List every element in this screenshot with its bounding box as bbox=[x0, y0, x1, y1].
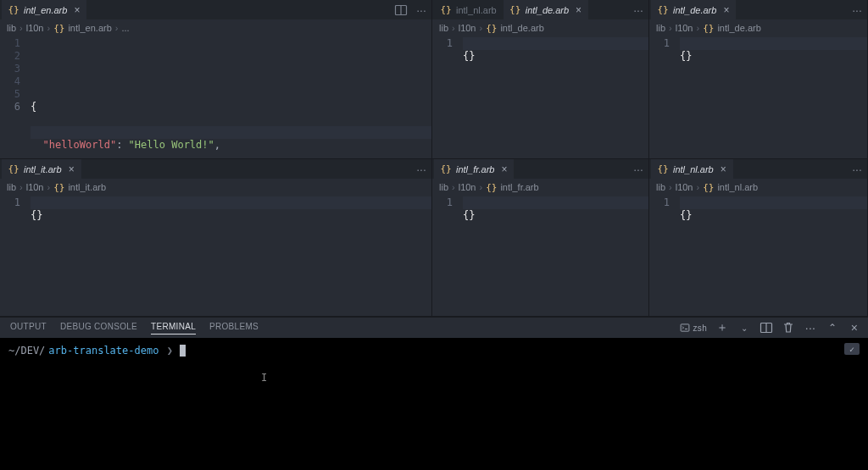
tab-label: intl_it.arb bbox=[24, 164, 62, 174]
breadcrumb[interactable]: lib › l10n › {} intl_fr.arb bbox=[432, 179, 648, 196]
terminal-prompt: ~/DEV/arb-translate-demo ❯ bbox=[8, 345, 860, 357]
close-icon[interactable]: × bbox=[723, 4, 729, 16]
json-icon: {} bbox=[8, 5, 19, 15]
code-editor[interactable]: 1 {} bbox=[649, 196, 867, 316]
breadcrumb[interactable]: lib › l10n › {} intl_it.arb bbox=[0, 179, 431, 196]
panel-tabbar: OUTPUT DEBUG CONSOLE TERMINAL PROBLEMS z… bbox=[0, 318, 868, 338]
tabbar: {} intl_it.arb × ··· bbox=[0, 159, 431, 179]
tab-intl-en[interactable]: {} intl_en.arb × bbox=[2, 0, 86, 19]
json-icon: {} bbox=[703, 23, 714, 34]
more-actions-icon[interactable]: ··· bbox=[632, 3, 645, 17]
panel-tab-output[interactable]: OUTPUT bbox=[10, 322, 47, 334]
panel-tab-terminal[interactable]: TERMINAL bbox=[151, 322, 196, 335]
breadcrumb-seg: lib bbox=[7, 23, 16, 33]
json-icon: {} bbox=[441, 164, 451, 174]
tab-intl-de[interactable]: {} intl_de.arb × bbox=[504, 0, 588, 19]
code-editor[interactable]: 1 {} bbox=[432, 36, 648, 158]
json-icon: {} bbox=[8, 164, 19, 174]
json-icon: {} bbox=[703, 182, 714, 193]
bottom-panel: OUTPUT DEBUG CONSOLE TERMINAL PROBLEMS z… bbox=[0, 317, 868, 470]
close-icon[interactable]: × bbox=[69, 163, 75, 175]
more-actions-icon[interactable]: ··· bbox=[632, 163, 645, 176]
panel-tab-problems[interactable]: PROBLEMS bbox=[209, 322, 259, 334]
chevron-right-icon: › bbox=[115, 23, 119, 33]
tabbar: {} intl_nl.arb {} intl_de.arb × ··· bbox=[432, 0, 648, 19]
chevron-right-icon: › bbox=[47, 23, 50, 33]
text-cursor-icon: I bbox=[261, 372, 267, 384]
close-icon[interactable]: × bbox=[576, 4, 581, 16]
tabbar: {} intl_de.arb × ··· bbox=[649, 0, 867, 19]
code-editor[interactable]: 1 {} bbox=[432, 196, 648, 316]
line-gutter: 1 2 3 4 5 6 bbox=[0, 36, 31, 158]
close-panel-icon[interactable]: × bbox=[848, 321, 861, 335]
status-ok-badge: ✓ bbox=[844, 343, 860, 355]
breadcrumb[interactable]: lib › l10n › {} intl_nl.arb bbox=[649, 179, 867, 196]
more-actions-icon[interactable]: ··· bbox=[415, 163, 428, 176]
json-icon: {} bbox=[658, 5, 668, 15]
close-icon[interactable]: × bbox=[501, 163, 507, 175]
terminal[interactable]: ~/DEV/arb-translate-demo ❯ ✓ I bbox=[0, 338, 868, 470]
json-icon: {} bbox=[486, 182, 497, 193]
new-terminal-icon[interactable]: ＋ bbox=[715, 321, 729, 335]
json-icon: {} bbox=[53, 182, 64, 193]
more-actions-icon[interactable]: ··· bbox=[850, 3, 864, 17]
tab-label: intl_de.arb bbox=[673, 5, 716, 15]
editor-pane-de: {} intl_nl.arb {} intl_de.arb × ··· lib … bbox=[432, 0, 649, 159]
breadcrumb[interactable]: lib › l10n › {} intl_de.arb bbox=[432, 19, 648, 36]
split-terminal-icon[interactable] bbox=[760, 321, 773, 335]
breadcrumb-seg: l10n bbox=[26, 23, 44, 33]
cwd-repo: arb-translate-demo bbox=[48, 345, 159, 357]
chevron-up-icon[interactable]: ⌃ bbox=[826, 321, 839, 335]
chevron-right-icon: › bbox=[19, 23, 23, 33]
terminal-cursor bbox=[180, 345, 186, 357]
json-icon: {} bbox=[658, 164, 668, 174]
json-icon: {} bbox=[486, 23, 497, 34]
tab-label: intl_de.arb bbox=[526, 5, 569, 15]
chevron-down-icon[interactable]: ⌄ bbox=[737, 321, 751, 335]
tab-label: intl_fr.arb bbox=[456, 164, 494, 174]
close-icon[interactable]: × bbox=[721, 163, 726, 175]
breadcrumb-tail: ... bbox=[121, 23, 129, 33]
code-editor[interactable]: 1 {} bbox=[649, 36, 867, 158]
split-editor-icon[interactable] bbox=[394, 3, 408, 17]
close-icon[interactable]: × bbox=[74, 4, 80, 16]
editor-pane-nl: {} intl_nl.arb × ··· lib › l10n › {} int… bbox=[649, 159, 868, 317]
more-actions-icon[interactable]: ··· bbox=[850, 163, 864, 176]
terminal-shell-selector[interactable]: zsh bbox=[680, 323, 707, 333]
tab-intl-fr[interactable]: {} intl_fr.arb × bbox=[434, 159, 514, 179]
tab-intl-nl[interactable]: {} intl_nl.arb × bbox=[651, 159, 733, 179]
tabbar: {} intl_en.arb × ··· bbox=[0, 0, 431, 19]
svg-rect-2 bbox=[681, 324, 689, 331]
tabbar: {} intl_nl.arb × ··· bbox=[649, 159, 867, 179]
tab-label: intl_nl.arb bbox=[673, 164, 714, 174]
code-content: { "helloWorld": "Hello World!", "@helloW… bbox=[31, 36, 431, 158]
breadcrumb[interactable]: lib › l10n › {} intl_de.arb bbox=[649, 19, 867, 36]
more-actions-icon[interactable]: ··· bbox=[415, 3, 428, 17]
editor-pane-en: {} intl_en.arb × ··· lib › l10n › {} int… bbox=[0, 0, 432, 159]
breadcrumb-file: intl_en.arb bbox=[68, 23, 111, 33]
tabbar: {} intl_fr.arb × ··· bbox=[432, 159, 648, 179]
code-editor[interactable]: 1 2 3 4 5 6 { "helloWorld": "Hello World… bbox=[0, 36, 431, 158]
prompt-arrow-icon: ❯ bbox=[160, 345, 172, 357]
tab-intl-nl[interactable]: {} intl_nl.arb bbox=[434, 0, 504, 19]
cwd-part: ~/DEV/ bbox=[8, 345, 45, 357]
tab-label: intl_en.arb bbox=[24, 5, 67, 15]
tab-intl-it[interactable]: {} intl_it.arb × bbox=[2, 159, 81, 179]
breadcrumb[interactable]: lib › l10n › {} intl_en.arb › ... bbox=[0, 19, 431, 36]
json-icon: {} bbox=[510, 5, 520, 15]
code-editor[interactable]: 1 {} bbox=[0, 196, 431, 316]
panel-tab-debug[interactable]: DEBUG CONSOLE bbox=[60, 322, 137, 334]
editor-pane-it: {} intl_it.arb × ··· lib › l10n › {} int… bbox=[0, 159, 432, 317]
trash-icon[interactable] bbox=[782, 321, 795, 335]
tab-label: intl_nl.arb bbox=[456, 5, 497, 15]
more-actions-icon[interactable]: ··· bbox=[804, 321, 817, 335]
terminal-icon bbox=[680, 323, 690, 333]
json-icon: {} bbox=[441, 5, 451, 15]
editor-pane-fr: {} intl_fr.arb × ··· lib › l10n › {} int… bbox=[432, 159, 649, 317]
shell-name: zsh bbox=[693, 323, 707, 333]
editor-pane-de2: {} intl_de.arb × ··· lib › l10n › {} int… bbox=[649, 0, 868, 159]
tab-intl-de[interactable]: {} intl_de.arb × bbox=[651, 0, 736, 19]
json-icon: {} bbox=[53, 23, 64, 34]
